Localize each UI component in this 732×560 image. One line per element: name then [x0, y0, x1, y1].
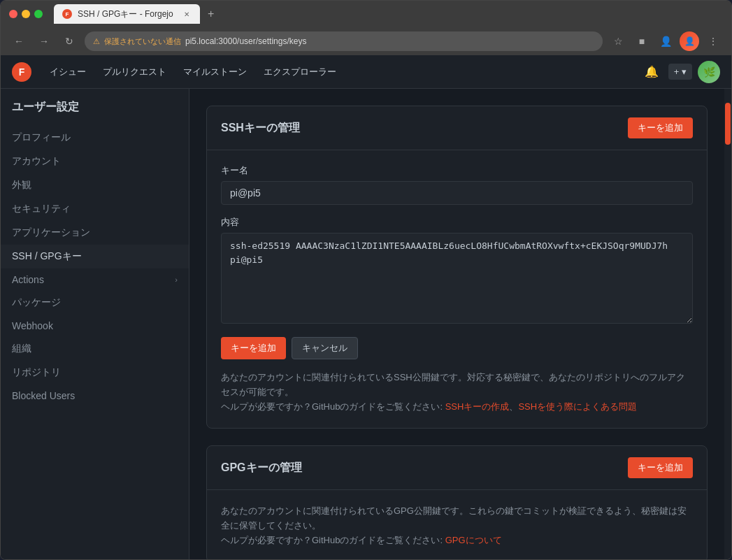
security-label: 保護されていない通信 — [104, 36, 181, 47]
browser-user-avatar[interactable]: 👤 — [680, 31, 699, 51]
top-nav: F イシュー プルリクエスト マイルストーン エクスプローラー 🔔 + ▾ 🌿 — [1, 55, 731, 89]
cancel-button[interactable]: キャンセル — [292, 337, 358, 359]
main-layout: ユーザー設定 プロフィール アカウント 外観 セキュリティ アプリケーション S… — [1, 89, 731, 559]
nav-link-milestones[interactable]: マイルストーン — [176, 62, 254, 82]
back-button[interactable]: ← — [9, 31, 29, 51]
tab-title: SSH / GPGキー - Forgejo — [78, 8, 173, 20]
app-container: F イシュー プルリクエスト マイルストーン エクスプローラー 🔔 + ▾ 🌿 … — [1, 55, 731, 559]
key-name-label: キー名 — [221, 164, 693, 177]
ssh-section-title: SSHキーの管理 — [221, 121, 300, 136]
sidebar-item-repos[interactable]: リポジトリ — [1, 361, 189, 385]
minimize-button[interactable] — [22, 10, 30, 18]
window-controls — [9, 10, 43, 18]
chevron-right-icon: › — [175, 275, 178, 284]
sidebar-item-blocked-users[interactable]: Blocked Users — [1, 385, 189, 407]
sidebar-item-security[interactable]: セキュリティ — [1, 197, 189, 221]
sidebar-item-org[interactable]: 組織 — [1, 337, 189, 361]
browser-toolbar-right: ☆ ■ 👤 👤 ⋮ — [608, 31, 723, 51]
forward-button[interactable]: → — [34, 31, 54, 51]
form-actions: キーを追加 キャンセル — [221, 337, 693, 359]
submit-key-button[interactable]: キーを追加 — [221, 337, 286, 359]
content-group: 内容 ssh-ed25519 AAAAC3NzaC1lZDI1NTE5AAAAI… — [221, 216, 693, 326]
title-bar: F SSH / GPGキー - Forgejo ✕ + — [1, 1, 731, 27]
ssh-help-text: あなたのアカウントに関連付けられているSSH公開鍵です。対応する秘密鍵で、あなた… — [221, 371, 693, 414]
sidebar-item-applications[interactable]: アプリケーション — [1, 221, 189, 245]
gpg-section-header: GPGキーの管理 キーを追加 — [207, 446, 707, 490]
extensions-icon[interactable]: ■ — [632, 31, 652, 51]
bookmark-icon[interactable]: ☆ — [608, 31, 628, 51]
ssh-add-key-button-header[interactable]: キーを追加 — [628, 117, 693, 138]
sidebar-item-webhook[interactable]: Webhook — [1, 315, 189, 337]
scrollbar-thumb[interactable] — [725, 103, 731, 145]
nav-link-pullrequests[interactable]: プルリクエスト — [96, 62, 173, 82]
security-icon: ⚠ — [93, 37, 100, 46]
ssh-section: SSHキーの管理 キーを追加 キー名 内容 ssh-ed25519 AAAAC3… — [206, 106, 708, 429]
sidebar-item-appearance[interactable]: 外観 — [1, 173, 189, 197]
tab-bar: F SSH / GPGキー - Forgejo ✕ + — [54, 4, 723, 24]
sidebar-item-account[interactable]: アカウント — [1, 150, 189, 173]
gpg-section-title: GPGキーの管理 — [221, 461, 302, 475]
key-name-group: キー名 — [221, 164, 693, 205]
content-textarea[interactable]: ssh-ed25519 AAAAC3NzaC1lZDI1NTE5AAAAIBLz… — [221, 233, 693, 324]
nav-links: イシュー プルリクエスト マイルストーン エクスプローラー — [43, 62, 343, 82]
gpg-section-body: あなたのアカウントに関連付けられているGPG公開鍵です。これらの鍵でコミットが検… — [207, 490, 707, 559]
sidebar-item-profile[interactable]: プロフィール — [1, 126, 189, 150]
profile-icon[interactable]: 👤 — [656, 31, 675, 51]
sidebar-item-ssh-gpg[interactable]: SSH / GPGキー — [1, 245, 189, 268]
gpg-help-text: あなたのアカウントに関連付けられているGPG公開鍵です。これらの鍵でコミットが検… — [221, 504, 693, 547]
address-text: pi5.local:3000/user/settings/keys — [185, 36, 306, 46]
ssh-section-body: キー名 内容 ssh-ed25519 AAAAC3NzaC1lZDI1NTE5A… — [207, 150, 707, 428]
user-avatar[interactable]: 🌿 — [698, 61, 720, 83]
key-name-input[interactable] — [221, 181, 693, 205]
tab-close-button[interactable]: ✕ — [182, 9, 192, 19]
reload-button[interactable]: ↻ — [59, 31, 79, 51]
gpg-add-key-button[interactable]: キーを追加 — [628, 457, 693, 478]
nav-link-explorer[interactable]: エクスプローラー — [257, 62, 343, 82]
browser-window: F SSH / GPGキー - Forgejo ✕ + ← → ↻ ⚠ 保護され… — [0, 0, 732, 560]
ssh-section-header: SSHキーの管理 キーを追加 — [207, 106, 707, 150]
gpg-about-link[interactable]: GPGについて — [445, 535, 502, 545]
notifications-icon[interactable]: 🔔 — [640, 61, 663, 83]
content-label: 内容 — [221, 216, 693, 229]
active-tab[interactable]: F SSH / GPGキー - Forgejo ✕ — [54, 4, 200, 24]
nav-right: 🔔 + ▾ 🌿 — [640, 61, 720, 83]
more-options-icon[interactable]: ⋮ — [703, 31, 723, 51]
app-logo[interactable]: F — [12, 62, 31, 82]
scrollbar-track — [724, 89, 731, 559]
sidebar: ユーザー設定 プロフィール アカウント 外観 セキュリティ アプリケーション S… — [1, 89, 189, 559]
ssh-create-link[interactable]: SSHキーの作成 — [445, 401, 510, 412]
gpg-section: GPGキーの管理 キーを追加 あなたのアカウントに関連付けられているGPG公開鍵… — [206, 445, 708, 559]
sidebar-item-packages[interactable]: パッケージ — [1, 291, 189, 315]
tab-favicon: F — [62, 9, 72, 19]
new-tab-button[interactable]: + — [203, 6, 220, 22]
sidebar-title: ユーザー設定 — [1, 100, 189, 126]
sidebar-item-actions[interactable]: Actions › — [1, 268, 189, 291]
maximize-button[interactable] — [34, 10, 43, 18]
address-bar[interactable]: ⚠ 保護されていない通信 pi5.local:3000/user/setting… — [85, 31, 603, 51]
content-area: SSHキーの管理 キーを追加 キー名 内容 ssh-ed25519 AAAAC3… — [189, 89, 724, 559]
address-bar-row: ← → ↻ ⚠ 保護されていない通信 pi5.local:3000/user/s… — [1, 27, 731, 55]
close-button[interactable] — [9, 10, 17, 18]
create-button[interactable]: + ▾ — [668, 64, 692, 80]
ssh-troubleshoot-link[interactable]: SSHを使う際によくある問題 — [518, 401, 637, 412]
nav-link-issues[interactable]: イシュー — [43, 62, 93, 82]
page-scrollbar[interactable] — [724, 89, 731, 559]
